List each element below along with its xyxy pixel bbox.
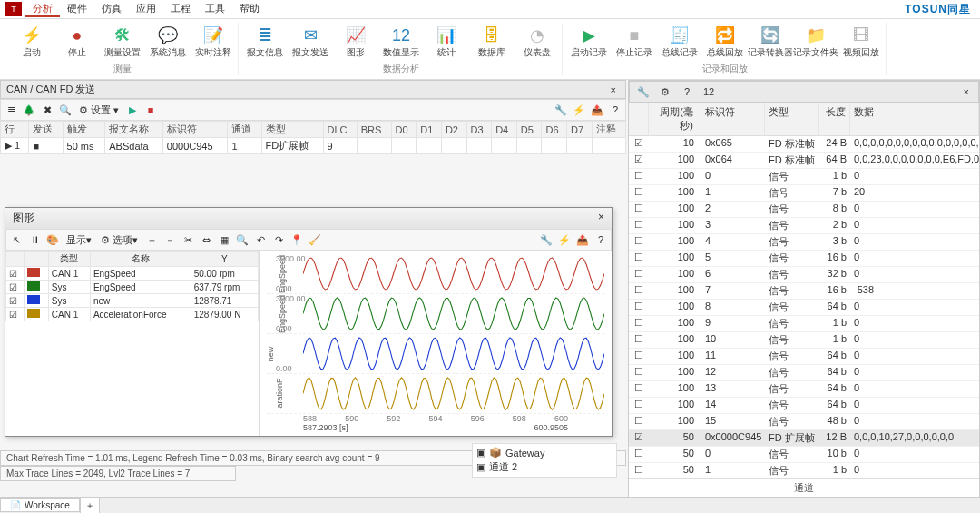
ribbon-记录文件夹[interactable]: 📁记录文件夹 <box>795 23 837 61</box>
tx-col-发送[interactable]: 发送 <box>29 122 63 138</box>
legend-row[interactable]: ☑Sysnew12878.71 <box>6 294 259 308</box>
tx-col-类型[interactable]: 类型 <box>261 122 323 138</box>
close-icon[interactable]: × <box>960 86 973 97</box>
grid-icon[interactable]: ▦ <box>216 232 232 248</box>
trace-row[interactable]: ☐1006信号32 b0 <box>629 267 979 283</box>
gear-icon[interactable]: ⚙ <box>657 84 673 100</box>
trace-col[interactable]: 数据 <box>850 103 979 135</box>
menu-仿真[interactable]: 仿真 <box>94 1 129 15</box>
trace-row[interactable]: ☐10014信号64 b0 <box>629 398 979 414</box>
trace-row[interactable]: ☐10015信号48 b0 <box>629 414 979 430</box>
trace-row[interactable]: ☐1003信号2 b0 <box>629 218 979 234</box>
channel-tree[interactable]: ▣📦Gateway ▣通道 2 <box>472 443 617 478</box>
menu-应用[interactable]: 应用 <box>129 1 163 15</box>
menu-工具[interactable]: 工具 <box>198 1 232 15</box>
fit-icon[interactable]: ⇔ <box>198 232 214 248</box>
cut-icon[interactable]: ✂ <box>180 232 196 248</box>
workspace-tab[interactable]: 📄 Workspace <box>0 498 80 512</box>
ribbon-总线记录[interactable]: 🧾总线记录 <box>659 23 701 61</box>
add-workspace-button[interactable]: ＋ <box>80 498 100 514</box>
tx-col-D3[interactable]: D3 <box>466 122 492 138</box>
menu-工程[interactable]: 工程 <box>163 1 198 15</box>
tx-col-标识符[interactable]: 标识符 <box>162 122 228 138</box>
trace-col[interactable]: 标识符 <box>701 103 765 135</box>
trace-row[interactable]: ☑100x065FD 标准帧24 B0,0,0,0,0,0,0,0,0,0,0,… <box>629 136 979 153</box>
trace-row[interactable]: ☐1007信号16 b-538 <box>629 283 979 300</box>
menu-硬件[interactable]: 硬件 <box>60 1 94 15</box>
play-icon[interactable]: ▶ <box>124 102 141 118</box>
tree-icon[interactable]: 🌲 <box>21 102 37 118</box>
pause-icon[interactable]: ⏸ <box>26 232 43 248</box>
tool-icon[interactable]: 🔧 <box>635 84 652 100</box>
ribbon-启动[interactable]: ⚡启动 <box>11 23 53 61</box>
ribbon-统计[interactable]: 📊统计 <box>426 23 467 61</box>
erase-icon[interactable]: 🧹 <box>307 232 323 248</box>
cursor-icon[interactable]: ↖ <box>8 232 24 248</box>
tool-icon[interactable]: 🔧 <box>538 232 554 248</box>
trace-row[interactable]: ☐500信号10 b0 <box>629 447 979 463</box>
trace-row[interactable]: ☐1005信号16 b0 <box>629 251 979 267</box>
lightning-icon[interactable]: ⚡ <box>556 232 573 248</box>
trace-row[interactable]: ☐10010信号1 b0 <box>629 332 979 349</box>
remove-icon[interactable]: － <box>162 232 178 248</box>
ribbon-停止[interactable]: ●停止 <box>56 23 98 61</box>
trace-row[interactable]: ☐1000信号1 b0 <box>629 169 979 185</box>
trace-row[interactable]: ☐1002信号8 b0 <box>629 202 979 218</box>
tx-col-D1[interactable]: D1 <box>416 122 442 138</box>
ribbon-视频回放[interactable]: 🎞视频回放 <box>840 23 882 61</box>
trace-row[interactable]: ☐1004信号3 b0 <box>629 234 979 251</box>
palette-icon[interactable]: 🎨 <box>44 232 61 248</box>
ribbon-启动记录[interactable]: ▶启动记录 <box>568 23 610 61</box>
trace-row[interactable]: ☐1008信号64 b0 <box>629 300 979 316</box>
trace-row[interactable]: ☐1009信号1 b0 <box>629 316 979 332</box>
tx-col-行[interactable]: 行 <box>1 122 29 138</box>
close-icon[interactable]: × <box>607 84 620 95</box>
tx-col-D5[interactable]: D5 <box>516 122 542 138</box>
redo-icon[interactable]: ↷ <box>270 232 287 248</box>
trace-col[interactable]: 周期(毫秒) <box>649 103 701 135</box>
trace-row[interactable]: ☐10013信号64 b0 <box>629 381 979 398</box>
stop-icon[interactable]: ■ <box>142 102 159 118</box>
ribbon-停止记录[interactable]: ■停止记录 <box>613 23 655 61</box>
search-icon[interactable]: 🔍 <box>57 102 74 118</box>
trace-row[interactable]: ☐10011信号64 b0 <box>629 349 979 365</box>
trace-row[interactable]: ☐1001信号7 b20 <box>629 185 979 202</box>
trace-row[interactable]: ☑1000x064FD 标准帧64 B0,0,23,0,0,0,0,0,0,0,… <box>629 153 979 169</box>
trace-row[interactable]: ☐10012信号64 b0 <box>629 365 979 381</box>
delete-icon[interactable]: ✖ <box>39 102 55 118</box>
undo-icon[interactable]: ↶ <box>252 232 269 248</box>
tx-col-DLC[interactable]: DLC <box>323 122 357 138</box>
menu-帮助[interactable]: 帮助 <box>232 1 267 15</box>
tx-row[interactable]: ▶ 1■50 msABSdata0000C9451FD扩展帧9 <box>1 138 626 154</box>
tx-col-D7[interactable]: D7 <box>567 122 593 138</box>
ribbon-记录转换器[interactable]: 🔄记录转换器 <box>750 23 791 61</box>
ribbon-测量设置[interactable]: 🛠测量设置 <box>102 23 143 61</box>
tx-col-报文名称[interactable]: 报文名称 <box>105 122 163 138</box>
tx-col-D4[interactable]: D4 <box>492 122 517 138</box>
menu-分析[interactable]: 分析 <box>25 1 60 17</box>
tool-icon[interactable]: 🔧 <box>553 102 569 118</box>
trace-row[interactable]: ☐501信号1 b0 <box>629 463 979 478</box>
show-dropdown[interactable]: 显示▾ <box>63 233 95 247</box>
zoom-icon[interactable]: 🔍 <box>234 232 250 248</box>
ribbon-图形[interactable]: 📈图形 <box>335 23 377 61</box>
export-icon[interactable]: 📤 <box>574 232 591 248</box>
options-dropdown[interactable]: ⚙ 选项▾ <box>97 233 142 247</box>
tx-col-BRS[interactable]: BRS <box>357 122 391 138</box>
tx-col-触发[interactable]: 触发 <box>63 122 105 138</box>
trace-col[interactable]: 类型 <box>765 103 819 135</box>
ribbon-仪表盘[interactable]: ◔仪表盘 <box>516 23 558 61</box>
help-icon[interactable]: ? <box>607 102 623 118</box>
ribbon-实时注释[interactable]: 📝实时注释 <box>192 23 234 61</box>
ribbon-总线回放[interactable]: 🔁总线回放 <box>704 23 746 61</box>
trace-col[interactable]: 长度 <box>819 103 850 135</box>
tx-col-注释[interactable]: 注释 <box>592 122 625 138</box>
help-icon[interactable]: ? <box>679 84 695 100</box>
legend-row[interactable]: ☑CAN 1EngSpeed50.00 rpm <box>6 267 259 281</box>
ribbon-报文发送[interactable]: ✉报文发送 <box>289 23 331 61</box>
settings-dropdown[interactable]: ⚙ 设置 ▾ <box>75 104 122 117</box>
export-icon[interactable]: 📤 <box>589 102 605 118</box>
list-icon[interactable]: ≣ <box>3 102 19 118</box>
tx-col-D6[interactable]: D6 <box>542 122 567 138</box>
tx-col-通道[interactable]: 通道 <box>228 122 261 138</box>
